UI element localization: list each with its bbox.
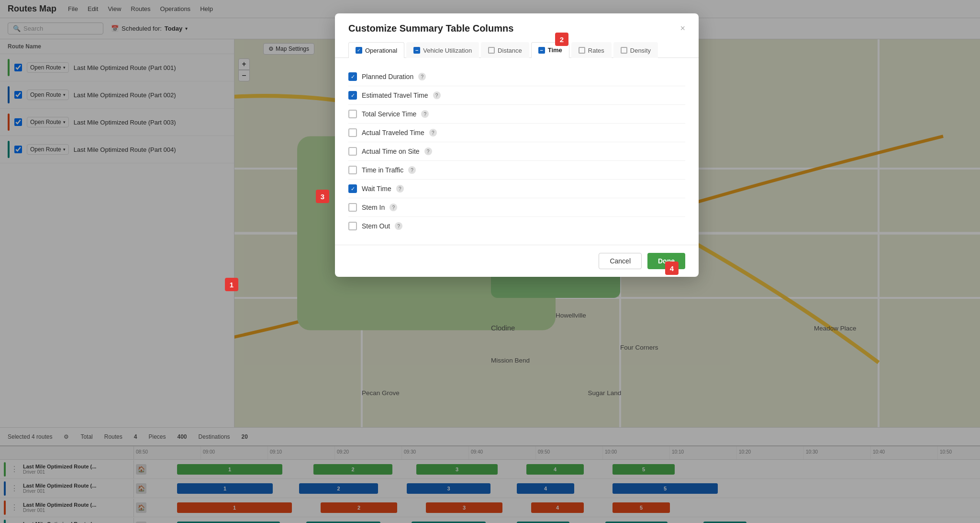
tab-empty-icon-distance — [488, 47, 495, 54]
help-icon-stem-in[interactable]: ? — [390, 204, 397, 211]
checkbox-row-total-service-time: Total Service Time ? — [348, 105, 685, 124]
modal-header: Customize Summary Table Columns × — [335, 13, 699, 34]
badge-1: 1 — [225, 278, 238, 291]
checkbox-row-stem-out: Stem Out ? — [348, 217, 685, 235]
tab-label-distance: Distance — [498, 47, 522, 54]
tab-checked-icon-operational — [356, 47, 362, 54]
help-icon-stem-out[interactable]: ? — [395, 222, 402, 230]
tab-vehicle-utilization[interactable]: Vehicle Utilization — [406, 42, 479, 58]
checkbox-row-actual-time-on-site: Actual Time on Site ? — [348, 142, 685, 161]
tab-label-time: Time — [548, 46, 562, 54]
tab-label-rates: Rates — [588, 47, 604, 54]
modal-tabs: Operational Vehicle Utilization Distance… — [335, 42, 699, 58]
checkbox-row-time-in-traffic: Time in Traffic ? — [348, 161, 685, 180]
checkbox-label-planned-duration: Planned Duration — [362, 73, 413, 80]
tab-empty-icon-density — [621, 47, 627, 54]
checkbox-estimated-travel-time[interactable] — [348, 91, 357, 100]
checkbox-label-stem-out: Stem Out — [362, 222, 390, 230]
tab-operational[interactable]: Operational — [348, 42, 404, 58]
checkbox-actual-time-on-site[interactable] — [348, 147, 357, 156]
badge-2: 2 — [555, 33, 568, 46]
checkbox-total-service-time[interactable] — [348, 110, 357, 118]
badge-4: 4 — [665, 262, 679, 275]
help-icon-estimated-travel-time[interactable]: ? — [433, 91, 441, 99]
tab-density[interactable]: Density — [613, 42, 658, 58]
checkbox-label-wait-time: Wait Time — [362, 185, 391, 193]
checkbox-row-actual-traveled-time: Actual Traveled Time ? — [348, 124, 685, 142]
checkbox-label-actual-time-on-site: Actual Time on Site — [362, 148, 420, 155]
tab-label-operational: Operational — [365, 47, 397, 54]
help-icon-total-service-time[interactable]: ? — [421, 110, 429, 118]
help-icon-planned-duration[interactable]: ? — [418, 73, 426, 80]
checkbox-time-in-traffic[interactable] — [348, 166, 357, 174]
modal-close-button[interactable]: × — [680, 23, 685, 34]
tab-minus-icon-vehicle — [413, 47, 420, 54]
modal-title: Customize Summary Table Columns — [348, 23, 513, 34]
checkbox-label-time-in-traffic: Time in Traffic — [362, 166, 403, 174]
checkbox-row-estimated-travel-time: Estimated Travel Time ? — [348, 86, 685, 105]
checkbox-label-total-service-time: Total Service Time — [362, 110, 416, 118]
checkbox-stem-out[interactable] — [348, 222, 357, 230]
checkbox-stem-in[interactable] — [348, 203, 357, 212]
checkbox-label-estimated-travel-time: Estimated Travel Time — [362, 91, 428, 99]
tab-label-density: Density — [630, 47, 651, 54]
modal-body: Planned Duration ? Estimated Travel Time… — [335, 58, 699, 245]
modal-footer: Cancel Done — [335, 245, 699, 277]
tab-rates[interactable]: Rates — [571, 42, 612, 58]
tab-minus-icon-time — [538, 47, 545, 54]
badge-3: 3 — [316, 190, 329, 203]
checkbox-row-planned-duration: Planned Duration ? — [348, 68, 685, 86]
checkbox-row-wait-time: Wait Time ? — [348, 180, 685, 198]
cancel-button[interactable]: Cancel — [599, 253, 642, 269]
checkbox-wait-time[interactable] — [348, 184, 357, 193]
checkbox-label-stem-in: Stem In — [362, 204, 385, 211]
tab-empty-icon-rates — [579, 47, 585, 54]
tab-distance[interactable]: Distance — [481, 42, 529, 58]
help-icon-actual-traveled-time[interactable]: ? — [429, 129, 437, 136]
tab-label-vehicle: Vehicle Utilization — [423, 47, 472, 54]
checkbox-actual-traveled-time[interactable] — [348, 128, 357, 137]
help-icon-wait-time[interactable]: ? — [396, 185, 404, 193]
customize-columns-modal: Customize Summary Table Columns × Operat… — [335, 13, 699, 277]
help-icon-time-in-traffic[interactable]: ? — [408, 166, 416, 174]
checkbox-planned-duration[interactable] — [348, 72, 357, 81]
checkbox-row-stem-in: Stem In ? — [348, 198, 685, 217]
help-icon-actual-time-on-site[interactable]: ? — [424, 148, 432, 155]
checkbox-label-actual-traveled-time: Actual Traveled Time — [362, 129, 424, 136]
